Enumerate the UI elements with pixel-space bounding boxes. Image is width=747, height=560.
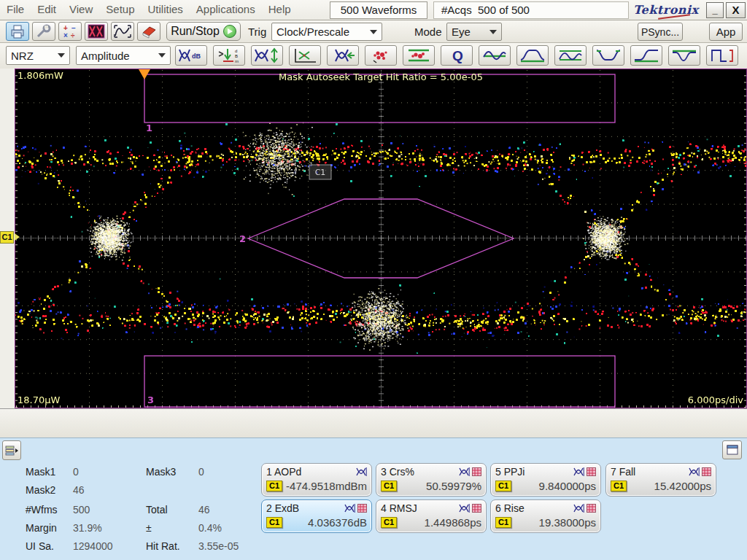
trig-source-value: Clock/Prescale	[276, 26, 349, 38]
status-bar: C1 178.8µW/div ▲▼ 912.6µW ▲▼ M 6.00000ps…	[0, 408, 747, 438]
source-badge: C1	[381, 517, 397, 528]
measurement-card-exdb[interactable]: 2 ExdB C1 4.036376dB	[261, 499, 372, 533]
mask-icon	[472, 504, 481, 513]
clear-button[interactable]	[137, 22, 160, 41]
app-label: App	[716, 26, 736, 38]
wave-rise-button[interactable]	[630, 45, 662, 66]
optical-dbm-icon: dBm	[216, 47, 242, 63]
stat-label: ±	[146, 522, 152, 534]
mask-icon	[357, 504, 367, 513]
stat-value: 3.55e-05	[198, 540, 239, 552]
menu-help[interactable]: Help	[262, 0, 298, 15]
panel-layout-button[interactable]	[722, 440, 742, 459]
stat-label: Hit Rat.	[146, 540, 180, 552]
measurement-value: -474.9518mdBm	[286, 480, 367, 492]
mode-dropdown[interactable]: Eye	[446, 23, 502, 41]
menu-edit[interactable]: Edit	[31, 0, 63, 15]
menu-applications[interactable]: Applications	[190, 0, 262, 15]
print-button[interactable]	[6, 22, 29, 41]
source-badge: C1	[266, 517, 282, 528]
stat-value: 46	[198, 504, 210, 516]
svg-text:÷: ÷	[71, 31, 75, 39]
psync-button[interactable]: PSync...	[638, 23, 683, 41]
histogram-button[interactable]	[289, 45, 321, 66]
signal-type-value: NRZ	[11, 50, 34, 62]
stat-value: 0	[73, 466, 79, 478]
eye-db-button[interactable]: dB	[175, 45, 207, 66]
panel-menu-button[interactable]	[2, 440, 21, 460]
eye-diagram-icon	[573, 467, 584, 476]
eraser-icon	[140, 24, 158, 39]
wave-pulse-lines-button[interactable]	[554, 45, 587, 66]
eye-left-icon	[330, 47, 356, 63]
chevron-down-icon	[58, 53, 65, 58]
eye-height-button[interactable]	[251, 45, 283, 66]
signal-type-dropdown[interactable]: NRZ	[6, 46, 70, 65]
measurement-card-rmsj[interactable]: 4 RMSJ C1 1.449868ps	[376, 499, 487, 533]
wave-step-down-button[interactable]	[592, 45, 624, 66]
stat-label: Margin	[26, 522, 57, 534]
stat-value: 46	[73, 484, 85, 496]
eye-vertical-icon	[254, 47, 280, 63]
math-button[interactable]: +−×÷	[58, 22, 82, 41]
layers-list-icon	[5, 445, 18, 456]
touch-setup-button[interactable]	[32, 22, 55, 41]
mask-test-button[interactable]	[85, 22, 108, 41]
stat-value: 1294000	[73, 540, 113, 552]
scatter-button[interactable]	[365, 45, 397, 66]
measurement-card-rise[interactable]: 6 Rise C1 19.38000ps	[490, 499, 601, 533]
trig-source-dropdown[interactable]: Clock/Prescale	[271, 23, 382, 41]
app-button[interactable]: App	[709, 23, 743, 41]
measurement-card-fall[interactable]: 7 Fall C1 15.42000ps	[605, 463, 716, 497]
mask-test-icon	[88, 24, 105, 39]
measurement-card-crs[interactable]: 3 Crs% C1 50.59979%	[376, 463, 487, 497]
measurement-card-ppji[interactable]: 5 PPJi C1 9.840000ps	[490, 463, 601, 497]
wave-square-button[interactable]	[706, 45, 738, 66]
mode-value: Eye	[452, 26, 471, 38]
stat-value: 31.9%	[73, 522, 102, 534]
channel-reference-marker[interactable]: C1	[0, 231, 14, 244]
eye-width-button[interactable]	[327, 45, 359, 66]
source-badge: C1	[495, 517, 511, 528]
stat-label: Mask1	[26, 466, 55, 478]
menu-utilities[interactable]: Utilities	[141, 0, 189, 15]
chevron-down-icon	[489, 30, 497, 34]
measurement-card-aopd[interactable]: 1 AOPd C1 -474.9518mdBm	[261, 463, 372, 497]
trig-label: Trig	[248, 26, 266, 38]
wave-step-up-button[interactable]	[516, 45, 549, 66]
wave-fall-rise-icon	[671, 47, 697, 63]
menu-view[interactable]: View	[63, 0, 99, 15]
source-badge: C1	[266, 481, 282, 491]
measurement-value: 4.036376dB	[308, 516, 367, 529]
close-button[interactable]: X	[726, 2, 746, 18]
measurement-value: 1.449868ps	[425, 516, 481, 529]
optical-dbm-button[interactable]: dBm	[213, 45, 245, 66]
scatter-levels-button[interactable]	[403, 45, 435, 66]
menu-file[interactable]: File	[0, 0, 31, 15]
chevron-down-icon	[370, 30, 377, 34]
psync-label: PSync...	[641, 26, 679, 38]
q-factor-icon: Q	[444, 47, 470, 63]
wave-pulse-button[interactable]	[479, 45, 511, 66]
autoset-waveform-icon	[114, 24, 131, 39]
eye-canvas[interactable]	[15, 69, 747, 408]
category-dropdown[interactable]: Amplitude	[76, 46, 171, 65]
wave-pulse-icon	[481, 47, 508, 63]
measurement-label: 5 PPJi	[495, 466, 525, 478]
scatter-levels-icon	[406, 47, 432, 63]
measurement-label: 2 ExdB	[266, 502, 299, 514]
histogram-x-icon	[292, 47, 318, 63]
stat-label: Mask2	[26, 484, 55, 496]
eye-diagram-icon	[459, 467, 470, 476]
run-stop-button[interactable]: Run/Stop	[166, 22, 241, 41]
acqs-readout: #Acqs 500 of 500	[433, 1, 629, 19]
wave-fall-rise-button[interactable]	[668, 45, 700, 66]
autoset-button[interactable]	[111, 22, 134, 41]
q-factor-button[interactable]: Q	[441, 45, 473, 66]
measurement-label: 1 AOPd	[266, 466, 301, 478]
title-bar: FileEditViewSetupUtilitiesApplicationsHe…	[0, 0, 747, 20]
wave-square-icon	[709, 47, 735, 63]
menu-setup[interactable]: Setup	[99, 0, 141, 15]
minimize-button[interactable]: _	[706, 2, 724, 18]
window-icon	[727, 445, 738, 455]
